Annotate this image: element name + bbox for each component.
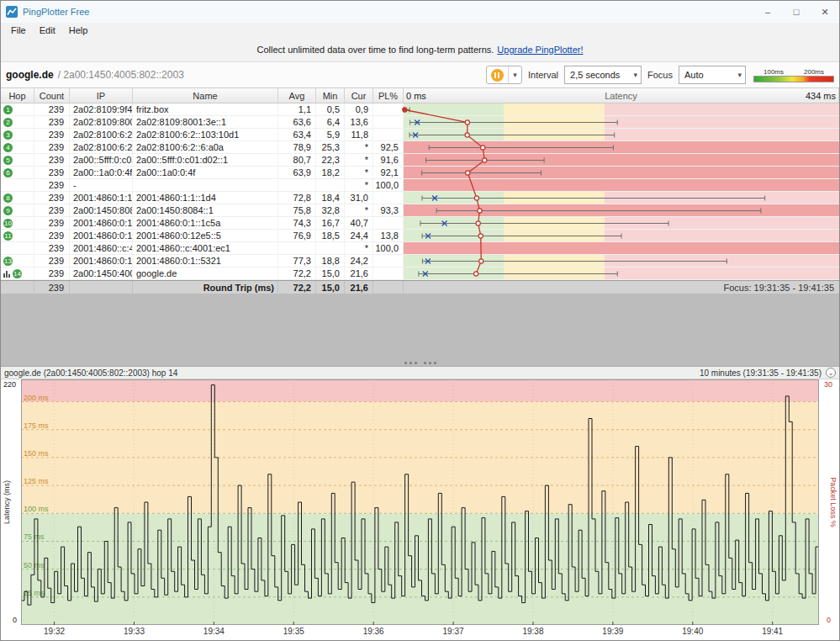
packet-loss-cell: [373, 129, 404, 140]
pause-dropdown-arrow[interactable]: ▾: [509, 66, 521, 83]
latency-scale-max: 434 ms: [806, 91, 836, 101]
min-cell: 18,2: [316, 167, 345, 178]
svg-text:175 ms: 175 ms: [24, 421, 49, 430]
focus-select[interactable]: Auto ▾: [679, 66, 746, 84]
menu-help[interactable]: Help: [62, 25, 95, 35]
x-axis-label: 19:38: [522, 627, 543, 636]
avg-cell: 75,8: [278, 204, 316, 216]
col-latency[interactable]: 0 ms Latency 434 ms: [404, 88, 839, 103]
col-packet-loss[interactable]: PL%: [373, 88, 404, 103]
table-row[interactable]: 22392a02:8109:80012a02:8109:8001:3e::163…: [1, 116, 839, 129]
hop-number-badge: 1: [3, 105, 13, 114]
col-name[interactable]: Name: [133, 88, 278, 103]
avg-cell: 77,3: [278, 255, 316, 267]
ip-cell: 2a00:1450:4005: [70, 268, 133, 279]
cur-cell: 0,9: [345, 103, 373, 115]
window-controls: – □ ✕: [753, 1, 839, 23]
latency-graph-cell: [404, 204, 839, 216]
upgrade-link[interactable]: Upgrade PingPlotter!: [497, 45, 583, 55]
cur-cell: *: [345, 141, 373, 153]
timeline-indicator-icon: [3, 269, 11, 278]
min-cell: 32,8: [316, 204, 345, 216]
hop-cell: 13: [1, 255, 34, 267]
ip-cell: 2a02:8100:6:2::6: [70, 141, 133, 153]
latency-title: Latency: [605, 91, 637, 101]
min-cell: 25,3: [316, 141, 345, 153]
col-hop[interactable]: Hop: [1, 88, 34, 103]
menubar: File Edit Help: [1, 23, 839, 38]
pane-spacer: [1, 294, 839, 366]
interval-value: 2,5 seconds: [570, 70, 620, 80]
packet-loss-cell: [373, 103, 404, 115]
close-button[interactable]: ✕: [811, 1, 839, 23]
x-axis-label: 19:34: [203, 627, 225, 636]
hop-cell: 11: [1, 230, 34, 241]
count-cell: 239: [34, 268, 70, 279]
hop-number-badge: 14: [13, 269, 22, 278]
pause-button[interactable]: [487, 66, 509, 83]
name-cell: [133, 179, 278, 191]
latency-graph-cell: [404, 103, 839, 115]
titlebar: PingPlotter Free – □ ✕: [1, 1, 839, 23]
table-row[interactable]: 132392001:4860:0:1::52001:4860:0:1::5321…: [1, 255, 839, 268]
avg-cell: 63,6: [278, 116, 316, 128]
table-row[interactable]: 239-*100,0: [1, 179, 839, 192]
menu-edit[interactable]: Edit: [33, 25, 62, 35]
table-row[interactable]: 42392a02:8100:6:2::62a02:8100:6:2::6:a0a…: [1, 141, 839, 154]
col-min[interactable]: Min: [316, 88, 345, 103]
min-cell: 18,8: [316, 255, 345, 267]
min-cell: 6,4: [316, 116, 345, 128]
col-avg[interactable]: Avg: [278, 88, 316, 103]
cur-cell: 31,0: [345, 192, 373, 204]
maximize-button[interactable]: □: [782, 1, 811, 23]
hop-number-badge: 13: [3, 257, 13, 266]
table-row[interactable]: 52392a00::5fff:0:c01:2a00::5fff:0:c01:d0…: [1, 154, 839, 167]
x-axis-label: 19:37: [443, 627, 464, 636]
col-count[interactable]: Count: [34, 88, 70, 103]
latency-gradient-bar: [753, 76, 834, 82]
ip-cell: 2001:4860:0:1::1: [70, 217, 133, 229]
timeline-chart: 220 0 30 0 Latency (ms) Packet Loss % 20…: [1, 379, 839, 625]
collapse-timeline-button[interactable]: ⌄: [826, 368, 836, 378]
table-row[interactable]: 62392a00::1a0:0:4f2a00::1a0:0:4f63,918,2…: [1, 167, 839, 179]
packet-loss-cell: 13,8: [373, 230, 404, 241]
latency-graph-cell: [404, 154, 839, 166]
trace-controls: ▾ Interval 2,5 seconds ▾ Focus Auto ▾ 10…: [486, 66, 834, 84]
avg-cell: [278, 242, 316, 254]
hop-number-badge: 4: [3, 143, 13, 152]
table-row[interactable]: 32392a02:8100:6:2::12a02:8100:6:2::103:1…: [1, 129, 839, 141]
latency-scale-min: 0 ms: [406, 91, 426, 101]
x-axis-label: 19:39: [602, 627, 623, 636]
timeline-plot[interactable]: 200 ms175 ms150 ms125 ms100 ms75 ms50 ms…: [21, 379, 819, 625]
target-bar: google.de / 2a00:1450:4005:802::2003 ▾ I…: [1, 61, 839, 88]
avg-cell: 76,9: [278, 230, 316, 241]
col-ip[interactable]: IP: [70, 88, 133, 103]
latency-graph-cell: [404, 141, 839, 153]
table-row[interactable]: 112392001:4860:0:12e2001:4860:0:12e5::57…: [1, 230, 839, 242]
summary-label-cell: Round Trip (ms): [133, 281, 278, 294]
minimize-button[interactable]: –: [753, 1, 782, 23]
packet-loss-cell: 91,6: [373, 154, 404, 166]
cur-cell: 24,2: [345, 255, 373, 267]
menu-file[interactable]: File: [4, 25, 33, 35]
table-row[interactable]: 2392001:4860::c:402001:4860::c:4001:ec1*…: [1, 242, 839, 255]
table-row[interactable]: 102392001:4860:0:1::12001:4860:0:1::1c5a…: [1, 217, 839, 230]
table-row[interactable]: 92392a00:1450:80842a00:1450:8084::175,83…: [1, 204, 839, 217]
interval-select[interactable]: 2,5 seconds ▾: [564, 66, 642, 84]
latency-graph-cell: [404, 167, 839, 178]
hop-number-badge: 9: [3, 206, 13, 215]
cur-cell: 21,6: [345, 268, 373, 279]
packet-loss-cell: [373, 116, 404, 128]
table-row[interactable]: 82392001:4860:1:1::12001:4860:1:1::1d472…: [1, 192, 839, 204]
table-row[interactable]: 12392a02:8109:9f40:fritz.box1,10,50,9: [1, 103, 839, 116]
y-axis-min-label: 0: [13, 616, 17, 624]
y2-axis-max-label: 30: [824, 380, 832, 389]
latency-graph-cell: [404, 129, 839, 140]
splitter-handle[interactable]: [404, 362, 436, 364]
summary-pl-cell: [373, 281, 404, 294]
table-row[interactable]: 142392a00:1450:4005google.de72,215,021,6: [1, 268, 839, 280]
summary-latency-cell: Focus: 19:31:35 - 19:41:35: [404, 281, 839, 294]
col-cur[interactable]: Cur: [345, 88, 373, 103]
avg-cell: 1,1: [278, 103, 316, 115]
cur-cell: 13,6: [345, 116, 373, 128]
